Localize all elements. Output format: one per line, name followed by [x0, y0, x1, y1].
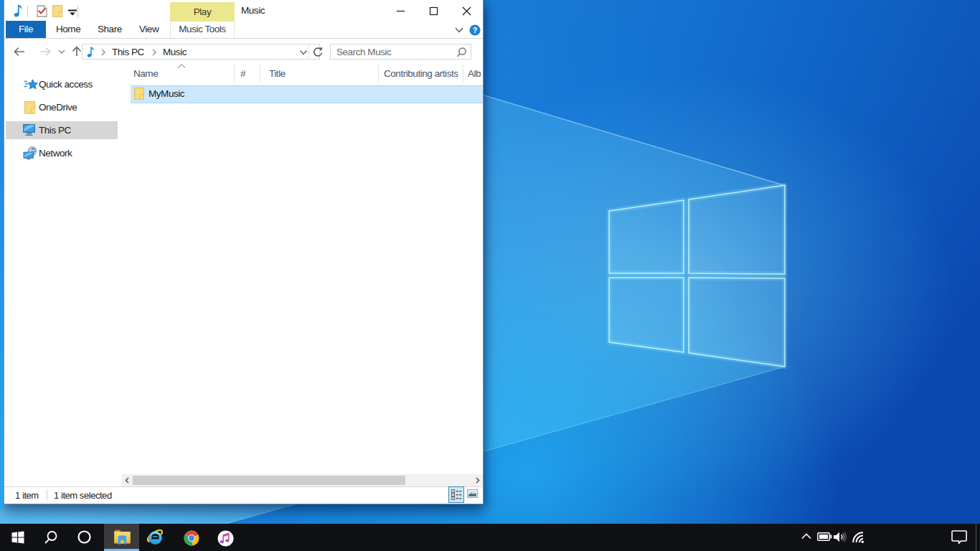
svg-text:?: ? — [473, 26, 478, 34]
